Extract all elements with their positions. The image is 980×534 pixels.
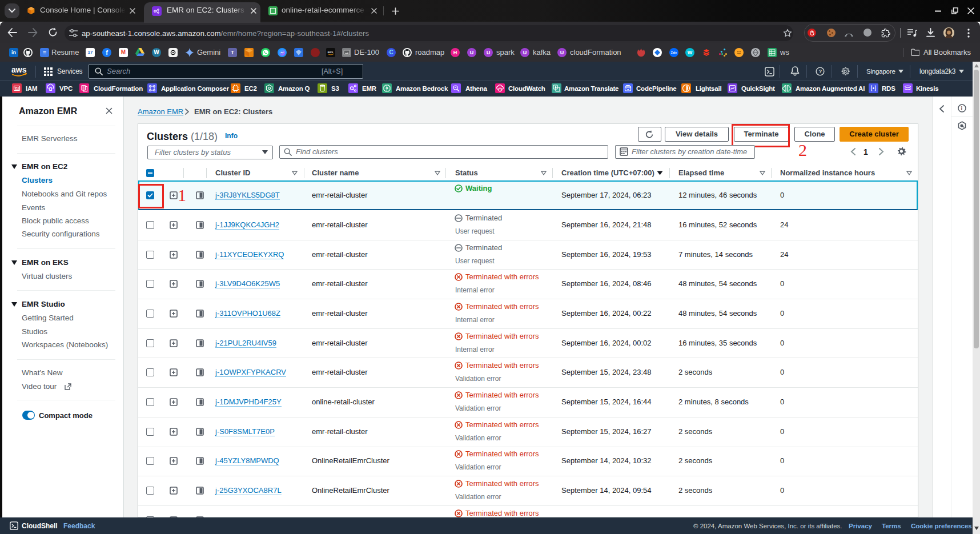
svg-text:?: ? xyxy=(818,68,822,74)
svg-text:i: i xyxy=(961,105,963,111)
svg-text:aws: aws xyxy=(328,50,334,54)
svg-text:aws: aws xyxy=(11,65,27,74)
